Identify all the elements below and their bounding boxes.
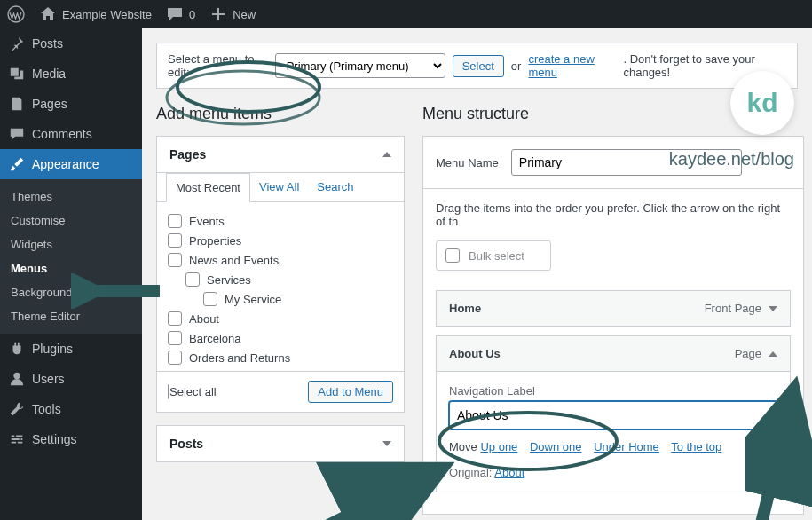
checkbox[interactable]	[168, 331, 182, 345]
list-item[interactable]: My Service	[168, 289, 393, 309]
tab-search[interactable]: Search	[308, 173, 362, 201]
list-item[interactable]: Services	[168, 270, 393, 289]
caret-down-icon	[382, 441, 391, 446]
move-top-link[interactable]: To the top	[671, 440, 721, 453]
svg-point-1	[13, 373, 20, 379]
sidebar-item-label: Users	[32, 372, 65, 386]
accordion-footer: Select all Add to Menu	[157, 371, 404, 412]
checkbox[interactable]	[168, 253, 182, 267]
instructions-text: Drag the items into the order you prefer…	[436, 201, 791, 228]
sidebar-item-label: Settings	[32, 432, 77, 446]
menu-item-title: Home	[449, 302, 481, 315]
sidebar-item-label: Comments	[32, 127, 92, 141]
site-name[interactable]: Example Website	[32, 0, 159, 28]
select-button[interactable]: Select	[453, 55, 504, 77]
sidebar-sub-menus[interactable]: Menus	[0, 256, 142, 280]
comment-count: 0	[189, 8, 195, 21]
sidebar-item-media[interactable]: Media	[0, 59, 142, 89]
menu-structure-panel: Drag the items into the order you prefer…	[422, 189, 804, 515]
admin-sidebar: Posts Media Pages Comments Appearance Th…	[0, 28, 142, 520]
plug-icon	[9, 341, 25, 357]
list-item[interactable]: News and Events	[168, 250, 393, 270]
sidebar-sub-theme-editor[interactable]: Theme Editor	[0, 304, 142, 328]
list-item[interactable]: About	[168, 309, 393, 328]
bulk-select[interactable]: Bulk select	[436, 240, 551, 271]
pin-icon	[9, 35, 25, 51]
list-item[interactable]: Events	[168, 211, 393, 231]
checkbox[interactable]	[168, 233, 182, 248]
list-item[interactable]: Properties	[168, 231, 393, 250]
caret-up-icon[interactable]	[769, 351, 777, 357]
new-content[interactable]: New	[202, 0, 263, 28]
tab-most-recent[interactable]: Most Recent	[166, 173, 250, 202]
accordion-posts-header[interactable]: Posts	[157, 426, 404, 461]
accordion-pages-header[interactable]: Pages	[157, 137, 404, 173]
tab-view-all[interactable]: View All	[250, 173, 308, 201]
accordion-posts: Posts	[156, 425, 405, 462]
user-icon	[9, 371, 25, 387]
menu-item-type: Front Page	[705, 302, 761, 315]
menu-selector-row: Select a menu to edit: Primary (Primary …	[156, 43, 798, 89]
sidebar-item-posts[interactable]: Posts	[0, 28, 142, 59]
add-to-menu-button[interactable]: Add to Menu	[308, 381, 393, 403]
accordion-title: Pages	[169, 147, 206, 162]
comments[interactable]: 0	[159, 0, 202, 28]
move-down-link[interactable]: Down one	[530, 440, 582, 453]
sidebar-item-tools[interactable]: Tools	[0, 394, 142, 424]
watermark-url: kaydee.net/blog	[669, 149, 794, 169]
menu-select[interactable]: Primary (Primary menu)	[275, 53, 445, 78]
pages-list[interactable]: Events Properties News and Events Servic…	[157, 202, 404, 371]
move-label: Move	[449, 440, 477, 453]
checkbox[interactable]	[168, 311, 182, 326]
accordion-pages: Pages Most Recent View All Search Events…	[156, 136, 405, 413]
checkbox[interactable]	[445, 248, 460, 263]
create-menu-link[interactable]: create a new menu	[528, 52, 616, 79]
sidebar-item-pages[interactable]: Pages	[0, 89, 142, 119]
sidebar-item-plugins[interactable]: Plugins	[0, 334, 142, 364]
move-up-link[interactable]: Up one	[480, 440, 517, 453]
nav-label: Navigation Label	[449, 384, 777, 398]
sidebar-item-label: Appearance	[32, 157, 99, 171]
list-item[interactable]: Orders and Returns	[168, 348, 393, 367]
menu-item-home[interactable]: Home Front Page	[436, 290, 791, 327]
sidebar-sub-customise[interactable]: Customise	[0, 209, 142, 232]
original-label: Original:	[449, 466, 492, 479]
menu-select-label: Select a menu to edit:	[168, 52, 268, 79]
wrench-icon	[9, 401, 25, 417]
caret-up-icon	[382, 152, 391, 157]
sidebar-sub-widgets[interactable]: Widgets	[0, 232, 142, 256]
menu-item-body: Navigation Label Move Up one Down one Un…	[437, 371, 790, 492]
sidebar-sub-background[interactable]: Background	[0, 280, 142, 304]
wp-logo[interactable]	[0, 0, 32, 28]
checkbox[interactable]	[168, 214, 182, 228]
sidebar-item-appearance[interactable]: Appearance	[0, 149, 142, 179]
checkbox[interactable]	[203, 292, 217, 306]
sidebar-submenu: Themes Customise Widgets Menus Backgroun…	[0, 179, 142, 334]
select-all[interactable]: Select all	[168, 385, 217, 398]
site-name-label: Example Website	[62, 8, 152, 21]
sidebar-item-label: Plugins	[32, 342, 73, 356]
sidebar-item-label: Media	[32, 67, 66, 81]
page-icon	[9, 96, 25, 112]
watermark-badge: kd	[730, 71, 794, 135]
menu-item-header[interactable]: About Us Page	[437, 336, 790, 371]
checkbox[interactable]	[185, 272, 200, 287]
move-under-link[interactable]: Under Home	[594, 440, 659, 453]
new-label: New	[233, 8, 256, 21]
checkbox[interactable]	[168, 351, 182, 365]
admin-toolbar: Example Website 0 New	[0, 0, 812, 28]
sidebar-sub-themes[interactable]: Themes	[0, 185, 142, 209]
menu-item-type: Page	[735, 347, 761, 360]
caret-down-icon[interactable]	[769, 306, 777, 311]
sidebar-item-label: Pages	[32, 97, 67, 111]
menu-item-header[interactable]: Home Front Page	[437, 291, 790, 326]
menu-item-about[interactable]: About Us Page Navigation Label Move Up o…	[436, 335, 791, 492]
sidebar-item-users[interactable]: Users	[0, 364, 142, 394]
original-link[interactable]: About	[494, 466, 524, 479]
sidebar-item-comments[interactable]: Comments	[0, 119, 142, 149]
sidebar-item-settings[interactable]: Settings	[0, 424, 142, 454]
list-item[interactable]: Barcelona	[168, 328, 393, 348]
plus-icon	[209, 5, 227, 23]
nav-label-input[interactable]	[449, 401, 777, 429]
original-row: Original: About	[449, 466, 777, 479]
